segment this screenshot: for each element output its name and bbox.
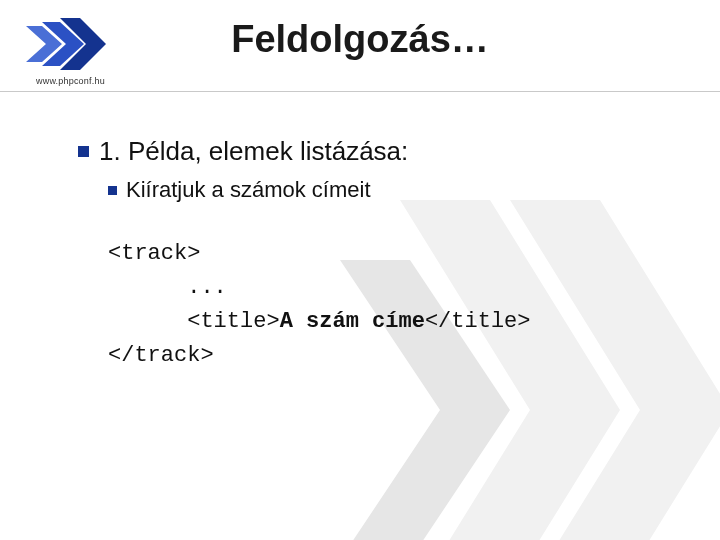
code-line: ... <box>108 275 227 300</box>
code-line: </title> <box>425 309 531 334</box>
content: 1. Példa, elemek listázása: Kiíratjuk a … <box>0 92 720 373</box>
code-line: <track> <box>108 241 200 266</box>
bullet1-text: 1. Példa, elemek listázása: <box>99 136 408 167</box>
code-line: <title> <box>108 309 280 334</box>
site-url: www.phpconf.hu <box>36 76 105 86</box>
bullet2-text: Kiíratjuk a számok címeit <box>126 177 371 203</box>
bullet-square-icon <box>108 186 117 195</box>
bullet-square-icon <box>78 146 89 157</box>
code-bold: A szám címe <box>280 309 425 334</box>
slide: www.phpconf.hu Feldolgozás… 1. Példa, el… <box>0 0 720 540</box>
bullet-level-2: Kiíratjuk a számok címeit <box>108 177 660 203</box>
slide-title: Feldolgozás… <box>0 18 720 61</box>
code-line: </track> <box>108 343 214 368</box>
code-block: <track> ... <title>A szám címe</title> <… <box>108 237 660 373</box>
bullet-level-1: 1. Példa, elemek listázása: <box>78 136 660 167</box>
header: www.phpconf.hu Feldolgozás… <box>0 0 720 92</box>
